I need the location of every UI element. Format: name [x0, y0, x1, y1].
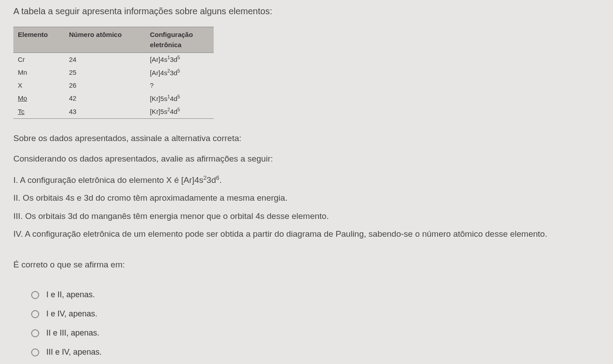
table-body: Cr24[Ar]4s13d5Mn25[Ar]4s23d5X26?Mo42[Kr]…	[13, 53, 214, 119]
option-1[interactable]: I e II, apenas.	[31, 289, 600, 301]
option-label: I e IV, apenas.	[46, 308, 97, 320]
radio-icon[interactable]	[31, 291, 39, 299]
cell-element: Mo	[13, 92, 65, 105]
option-2[interactable]: I e IV, apenas.	[31, 308, 600, 320]
conclusion-prompt: É correto o que se afirma em:	[13, 259, 600, 271]
cell-config: [Ar]4s13d5	[146, 53, 214, 66]
cell-element: Tc	[13, 105, 65, 118]
table-row: Tc43[Kr]5s24d5	[13, 105, 214, 118]
cell-config: [Kr]5s24d5	[146, 105, 214, 118]
table-header-config: Configuração eletrônica	[146, 27, 214, 53]
intro-text: A tabela a seguir apresenta informações …	[13, 4, 600, 18]
table-header-atomic: Número atômico	[65, 27, 146, 53]
option-label: II e III, apenas.	[46, 327, 99, 339]
table-row: Cr24[Ar]4s13d5	[13, 53, 214, 66]
table-header-element: Elemento	[13, 27, 65, 53]
option-label: I e II, apenas.	[46, 289, 95, 301]
statement-4: IV. A configuração eletrônica de um elem…	[13, 228, 600, 241]
cell-element: Mn	[13, 66, 65, 80]
radio-icon[interactable]	[31, 348, 39, 356]
cell-atomic: 25	[65, 66, 146, 80]
cell-atomic: 43	[65, 105, 146, 118]
option-3[interactable]: II e III, apenas.	[31, 327, 600, 339]
cell-element: X	[13, 79, 65, 92]
prompt-alternative: Sobre os dados apresentados, assinale a …	[13, 132, 600, 145]
cell-atomic: 42	[65, 92, 146, 105]
statement-1: I. A configuração eletrônica do elemento…	[13, 174, 600, 187]
statement-2: II. Os orbitais 4s e 3d do cromo têm apr…	[13, 192, 600, 205]
option-label: III e IV, apenas.	[46, 346, 101, 358]
options-list: I e II, apenas.I e IV, apenas.II e III, …	[13, 289, 600, 358]
cell-atomic: 26	[65, 79, 146, 92]
prompt-evaluate: Considerando os dados apresentados, aval…	[13, 153, 600, 166]
table-row: X26?	[13, 79, 214, 92]
cell-atomic: 24	[65, 53, 146, 66]
option-4[interactable]: III e IV, apenas.	[31, 346, 600, 358]
cell-config: [Kr]5s14d5	[146, 92, 214, 105]
cell-config: ?	[146, 79, 214, 92]
table-row: Mn25[Ar]4s23d5	[13, 66, 214, 80]
radio-icon[interactable]	[31, 310, 39, 318]
elements-table: Elemento Número atômico Configuração ele…	[13, 27, 214, 119]
cell-config: [Ar]4s23d5	[146, 66, 214, 80]
table-row: Mo42[Kr]5s14d5	[13, 92, 214, 105]
radio-icon[interactable]	[31, 329, 39, 337]
statement-3: III. Os orbitais 3d do manganês têm ener…	[13, 210, 600, 223]
cell-element: Cr	[13, 53, 65, 66]
